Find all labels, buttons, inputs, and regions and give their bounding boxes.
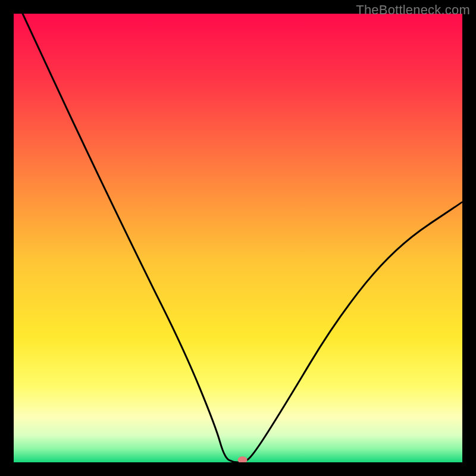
plot-background [14, 14, 462, 462]
bottleneck-chart [14, 14, 462, 462]
watermark-text: TheBottleneck.com [356, 2, 470, 18]
chart-frame: TheBottleneck.com [0, 0, 476, 476]
